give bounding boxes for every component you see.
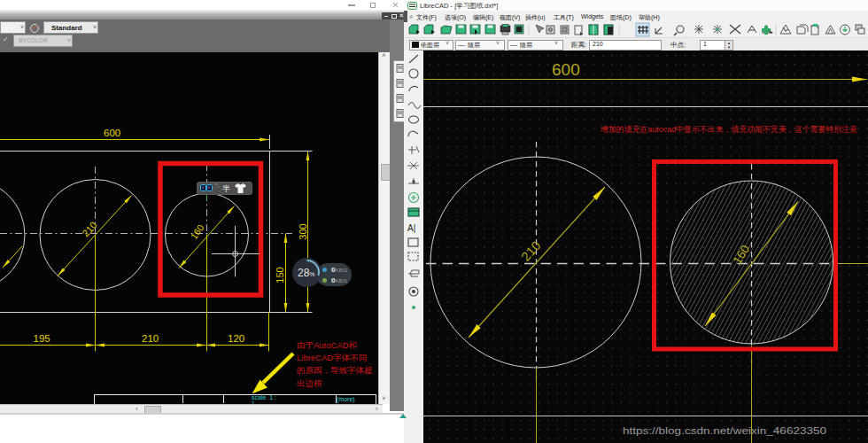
svg-text:https://blog.csdn.net/weixin_4: https://blog.csdn.net/weixin_46623350	[623, 425, 826, 436]
svg-text:120: 120	[228, 333, 244, 344]
svg-text:160: 160	[189, 222, 206, 241]
svg-text:增加的填充在autocad中显示不出来，填充功能不完美，这个: 增加的填充在autocad中显示不出来，填充功能不完美，这个需要特别注意	[600, 124, 857, 134]
svg-text:600: 600	[552, 60, 580, 79]
svg-text:195: 195	[34, 333, 50, 344]
svg-text:300: 300	[298, 223, 308, 239]
svg-text:210: 210	[80, 220, 98, 239]
svg-text:A|: A|	[407, 223, 415, 233]
svg-text:600: 600	[104, 128, 120, 138]
svg-text:150: 150	[275, 267, 285, 283]
svg-text:210: 210	[142, 333, 159, 344]
